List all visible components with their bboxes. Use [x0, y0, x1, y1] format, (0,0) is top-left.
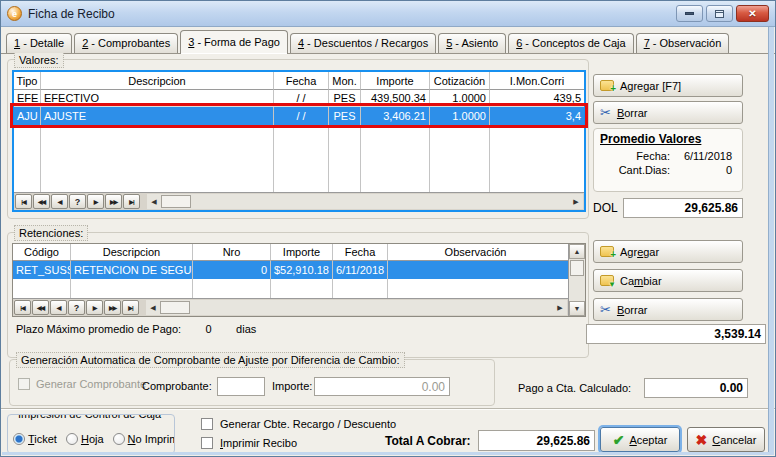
tab-detalle[interactable]: 1 - Detalle [6, 33, 72, 53]
nav-fast-prev-button[interactable]: ◀◀ [33, 194, 50, 209]
nav-prev-button[interactable]: ◀ [51, 194, 68, 209]
scroll-right-icon[interactable]: ▶ [553, 304, 567, 312]
generar-cbte-option: Generar Cbte. Recargo / Descuento [201, 418, 396, 430]
vertical-scrollbar[interactable]: ▲ ▼ [568, 244, 585, 316]
tab-observacion[interactable]: 7 - Observación [636, 33, 730, 53]
cell [41, 125, 274, 192]
valores-table[interactable]: Tipo Descripcion Fecha Mon. Importe Coti… [12, 70, 586, 212]
cancelar-button[interactable]: ✖ Cancelar [687, 427, 765, 452]
radio-hoja[interactable] [66, 433, 78, 445]
nav-last-button[interactable]: ▶| [122, 300, 139, 315]
nav-first-button[interactable]: |◀ [14, 300, 31, 315]
column-header-observacion[interactable]: Observación [388, 244, 568, 261]
horizontal-scrollbar[interactable]: ◀ ▶ [146, 300, 567, 315]
scrollbar-thumb[interactable] [160, 301, 190, 314]
dol-value-field[interactable]: 29,625.86 [623, 198, 743, 218]
scroll-left-icon[interactable]: ◀ [147, 198, 161, 206]
agregar-f7-button[interactable]: + Agregar [F7] [593, 74, 743, 97]
column-header-descripcion[interactable]: Descripcion [71, 244, 193, 261]
nav-prev-button[interactable]: ◀ [50, 300, 67, 315]
cell-codigo: RET_SUSS [13, 261, 71, 279]
scrollbar-track[interactable] [569, 277, 585, 301]
nav-next-button[interactable]: ▶ [86, 300, 103, 315]
scroll-down-icon[interactable]: ▼ [569, 301, 585, 316]
pago-cta-field[interactable]: 0.00 [644, 378, 748, 398]
tab-asiento[interactable]: 5 - Asiento [438, 33, 506, 53]
button-label: Agregar [620, 246, 659, 258]
retenciones-borrar-button[interactable]: ✂ Borrar [593, 298, 743, 321]
total-a-cobrar-field[interactable]: 29,625.86 [478, 430, 595, 451]
generar-comprobante-option: Generar Comprobante [18, 378, 146, 390]
nav-fast-next-button[interactable]: ▶▶ [104, 300, 121, 315]
column-header-importe[interactable]: Importe [271, 244, 333, 261]
horizontal-scrollbar[interactable]: ◀ ▶ [147, 194, 583, 209]
nav-next-button[interactable]: ▶ [87, 194, 104, 209]
column-header-tipo[interactable]: Tipo [14, 72, 41, 90]
column-header-codigo[interactable]: Código [13, 244, 71, 261]
column-header-fecha[interactable]: Fecha [274, 72, 329, 90]
cell-imoncorri: 439,5 [490, 90, 584, 106]
nav-last-button[interactable]: ▶| [123, 194, 140, 209]
window-controls: ✕ [676, 5, 769, 22]
maximize-button[interactable] [706, 5, 733, 22]
label-part: gar [643, 246, 659, 258]
empty-grid-area [13, 279, 568, 298]
table-row-ajuste-selected[interactable]: AJU AJUSTE / / PES 3,406.21 1.0000 3,4 [14, 107, 584, 125]
cell [193, 279, 271, 298]
nav-help-button[interactable]: ? [68, 300, 85, 315]
cell-fecha: 6/11/2018 [333, 261, 388, 279]
tab-conceptos-de-caja[interactable]: 6 - Conceptos de Caja [508, 33, 633, 53]
scissors-icon: ✂ [600, 303, 611, 316]
tab-label: 1 - Detalle [14, 37, 64, 49]
promedio-fecha-row: Fecha: 6/11/2018 [594, 150, 742, 162]
minimize-icon [685, 12, 694, 15]
scrollbar-thumb[interactable] [161, 195, 191, 208]
tab-descuentos-recargos[interactable]: 4 - Descuentos / Recargos [290, 33, 436, 53]
tab-forma-de-pago[interactable]: 3 - Forma de Pago [180, 30, 288, 54]
cell [388, 279, 568, 298]
aceptar-button[interactable]: ✔ Aceptar [600, 427, 680, 452]
radio-hoja-label: Hoja [81, 433, 104, 445]
nav-fast-prev-button[interactable]: ◀◀ [32, 300, 49, 315]
radio-ticket[interactable] [13, 433, 25, 445]
column-header-cotizacion[interactable]: Cotización [430, 72, 490, 90]
tab-label: 7 - Observación [644, 37, 722, 49]
retenciones-table[interactable]: Código Descripcion Nro Importe Fecha Obs… [12, 243, 586, 317]
cell [329, 125, 361, 192]
retenciones-total-field[interactable]: 3,539.14 [586, 324, 766, 344]
scroll-left-icon[interactable]: ◀ [146, 304, 160, 312]
button-label: Borrar [617, 304, 648, 316]
scroll-right-icon[interactable]: ▶ [569, 198, 583, 206]
retenciones-group: Retenciones: Código Descripcion Nro Impo… [7, 232, 589, 358]
close-button[interactable]: ✕ [736, 5, 769, 22]
comprobante-input[interactable] [217, 377, 265, 396]
nav-fast-next-button[interactable]: ▶▶ [105, 194, 122, 209]
imprimir-recibo-checkbox[interactable] [201, 437, 213, 449]
radio-no-imprimir[interactable] [113, 433, 125, 445]
nav-first-button[interactable]: |◀ [15, 194, 32, 209]
button-label: Borrar [617, 107, 648, 119]
table-row-efectivo[interactable]: EFE EFECTIVO / / PES 439,500.34 1.0000 4… [14, 90, 584, 107]
window-title: Ficha de Recibo [28, 7, 115, 21]
nav-help-button[interactable]: ? [69, 194, 86, 209]
generacion-group-label: Generación Automatica de Comprobante de … [16, 352, 405, 368]
label-part: biar [643, 275, 661, 287]
column-header-mon[interactable]: Mon. [329, 72, 361, 90]
generar-cbte-checkbox[interactable] [201, 418, 213, 430]
tab-comprobantes[interactable]: 2 - Comprobantes [74, 33, 178, 53]
column-header-nro[interactable]: Nro [193, 244, 271, 261]
importe-input[interactable] [314, 377, 450, 396]
column-header-descripcion[interactable]: Descripcion [41, 72, 274, 90]
retenciones-agregar-button[interactable]: + Agregar [593, 240, 743, 263]
scroll-up-icon[interactable]: ▲ [569, 244, 585, 259]
column-header-fecha[interactable]: Fecha [333, 244, 388, 261]
column-header-importe[interactable]: Importe [361, 72, 430, 90]
valores-borrar-button[interactable]: ✂ Borrar [593, 101, 743, 124]
retenciones-cambiar-button[interactable]: ▼ Cambiar [593, 269, 743, 292]
cell-descripcion: EFECTIVO [41, 90, 274, 106]
table-row-retsuss-selected[interactable]: RET_SUSS RETENCION DE SEGURID 0 $52,910.… [13, 261, 568, 279]
minimize-button[interactable] [676, 5, 703, 22]
column-header-imoncorri[interactable]: I.Mon.Corri [490, 72, 584, 90]
generar-comprobante-checkbox[interactable] [18, 378, 30, 390]
scrollbar-thumb[interactable] [570, 260, 584, 276]
